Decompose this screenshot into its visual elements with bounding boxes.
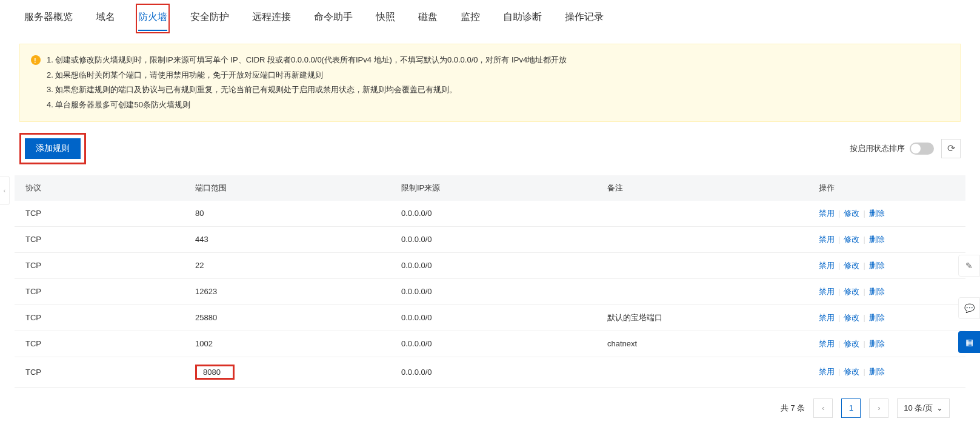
add-rule-button[interactable]: 添加规则 [25,138,81,159]
cell-port: 12623 [184,278,390,304]
cell-remark [596,201,808,227]
table-row: TCP80800.0.0.0/0禁用|修改|删除 [15,357,965,387]
rules-table: 协议 端口范围 限制IP来源 备注 操作 TCP800.0.0.0/0禁用|修改… [15,175,965,388]
disable-link[interactable]: 禁用 [819,209,835,218]
edit-link[interactable]: 修改 [844,235,859,244]
separator: | [863,339,865,348]
delete-link[interactable]: 删除 [869,313,885,322]
separator: | [863,235,865,244]
edit-link[interactable]: 修改 [844,367,859,376]
separator: | [863,261,865,270]
separator: | [838,367,840,376]
port-highlight: 8080 [195,365,235,380]
cell-protocol: TCP [15,278,184,304]
left-collapse-handle[interactable]: ‹ [0,176,10,205]
separator: | [838,313,840,322]
table-row: TCP220.0.0.0/0禁用|修改|删除 [15,252,965,278]
grid-icon: ▦ [965,337,973,347]
chat-float-button[interactable]: 💬 [958,297,980,319]
disable-link[interactable]: 禁用 [819,339,835,348]
tab-command[interactable]: 命令助手 [314,6,353,31]
tab-diagnose[interactable]: 自助诊断 [503,6,542,31]
edit-link[interactable]: 修改 [844,209,859,218]
refresh-button[interactable]: ⟳ [941,139,961,158]
cell-remark: 默认的宝塔端口 [596,304,808,331]
pencil-icon: ✎ [965,261,973,271]
tab-server-overview[interactable]: 服务器概览 [24,6,73,31]
tab-firewall[interactable]: 防火墙 [138,6,167,31]
disable-link[interactable]: 禁用 [819,313,835,322]
pagination: 共 7 条 ‹ 1 › 10 条/页 ⌄ [0,388,980,427]
cell-ops: 禁用|修改|删除 [808,331,965,357]
edit-float-button[interactable]: ✎ [958,255,980,277]
cell-remark: chatnext [596,331,808,357]
refresh-icon: ⟳ [947,143,955,154]
cell-port: 80 [184,201,390,227]
tab-logs[interactable]: 操作记录 [565,6,604,31]
cell-port: 1002 [184,331,390,357]
table-row: TCP10020.0.0.0/0chatnext禁用|修改|删除 [15,331,965,357]
cell-protocol: TCP [15,357,184,387]
separator: | [863,313,865,322]
cell-remark [596,226,808,252]
tab-security[interactable]: 安全防护 [190,6,229,31]
page-size-select[interactable]: 10 条/页 ⌄ [897,398,950,418]
delete-link[interactable]: 删除 [869,235,885,244]
separator: | [838,287,840,296]
separator: | [863,209,865,218]
cell-protocol: TCP [15,252,184,278]
cell-source: 0.0.0.0/0 [390,304,596,331]
page-size-label: 10 条/页 [904,403,933,414]
delete-link[interactable]: 删除 [869,367,885,376]
disable-link[interactable]: 禁用 [819,261,835,270]
cell-source: 0.0.0.0/0 [390,357,596,387]
edit-link[interactable]: 修改 [844,313,859,322]
th-port: 端口范围 [184,175,390,201]
separator: | [838,235,840,244]
add-rule-highlight: 添加规则 [19,133,86,164]
cell-remark [596,357,808,387]
edit-link[interactable]: 修改 [844,261,859,270]
cell-ops: 禁用|修改|删除 [808,226,965,252]
prev-page-button[interactable]: ‹ [813,398,833,418]
tab-snapshot[interactable]: 快照 [376,6,395,31]
tab-monitor[interactable]: 监控 [461,6,480,31]
cell-protocol: TCP [15,201,184,227]
table-row: TCP800.0.0.0/0禁用|修改|删除 [15,201,965,227]
disable-link[interactable]: 禁用 [819,367,835,376]
cell-port: 443 [184,226,390,252]
sort-toggle[interactable] [910,143,934,155]
cell-ops: 禁用|修改|删除 [808,278,965,304]
cell-source: 0.0.0.0/0 [390,331,596,357]
th-remark: 备注 [596,175,808,201]
disable-link[interactable]: 禁用 [819,235,835,244]
disable-link[interactable]: 禁用 [819,287,835,296]
table-row: TCP258800.0.0.0/0默认的宝塔端口禁用|修改|删除 [15,304,965,331]
edit-link[interactable]: 修改 [844,339,859,348]
notice-line: 1. 创建或修改防火墙规则时，限制IP来源可填写单个 IP、CIDR 段或者0.… [47,53,567,68]
apps-float-button[interactable]: ▦ [958,331,980,353]
delete-link[interactable]: 删除 [869,339,885,348]
sort-label: 按启用状态排序 [850,143,905,154]
notice-line: 2. 如果想临时关闭某个端口，请使用禁用功能，免于开放对应端口时再新建规则 [47,68,567,83]
cell-ops: 禁用|修改|删除 [808,252,965,278]
tab-domain[interactable]: 域名 [96,6,115,31]
delete-link[interactable]: 删除 [869,209,885,218]
next-page-button[interactable]: › [869,398,888,418]
cell-source: 0.0.0.0/0 [390,278,596,304]
page-1-button[interactable]: 1 [841,398,861,418]
cell-port: 22 [184,252,390,278]
tab-disk[interactable]: 磁盘 [418,6,438,31]
cell-port: 8080 [184,357,390,387]
delete-link[interactable]: 删除 [869,287,885,296]
cell-protocol: TCP [15,304,184,331]
cell-remark [596,252,808,278]
table-header-row: 协议 端口范围 限制IP来源 备注 操作 [15,175,965,201]
chevron-left-icon: ‹ [822,403,824,412]
delete-link[interactable]: 删除 [869,261,885,270]
tab-remote[interactable]: 远程连接 [252,6,291,31]
edit-link[interactable]: 修改 [844,287,859,296]
table-row: TCP4430.0.0.0/0禁用|修改|删除 [15,226,965,252]
cell-ops: 禁用|修改|删除 [808,304,965,331]
chevron-down-icon: ⌄ [936,403,943,412]
